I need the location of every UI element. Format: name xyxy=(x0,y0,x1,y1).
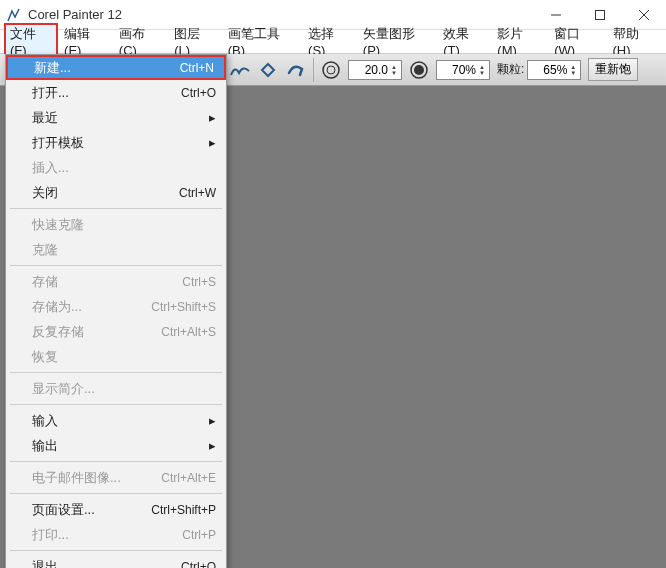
menu-item-label: 显示简介... xyxy=(32,380,216,398)
menu-item: 打印...Ctrl+P xyxy=(6,522,226,547)
menu-separator xyxy=(10,372,222,373)
menu-item[interactable]: 最近▸ xyxy=(6,105,226,130)
menu-item-shortcut: Ctrl+W xyxy=(179,186,216,200)
svg-point-7 xyxy=(414,65,424,75)
separator xyxy=(313,58,314,82)
menu-item: 存储为...Ctrl+Shift+S xyxy=(6,294,226,319)
menu-separator xyxy=(10,461,222,462)
menu-item-shortcut: Ctrl+Alt+E xyxy=(161,471,216,485)
menu-item[interactable]: 关闭Ctrl+W xyxy=(6,180,226,205)
file-dropdown-menu: 新建...Ctrl+N打开...Ctrl+O最近▸打开模板▸插入...关闭Ctr… xyxy=(5,54,227,568)
menu-item-label: 插入... xyxy=(32,159,216,177)
menu-separator xyxy=(10,404,222,405)
grain-down[interactable]: ▼ xyxy=(569,70,577,76)
menu-item-label: 存储 xyxy=(32,273,182,291)
menu-separator xyxy=(10,493,222,494)
svg-point-4 xyxy=(323,62,339,78)
size-icon[interactable] xyxy=(318,57,344,83)
menu-item-label: 存储为... xyxy=(32,298,151,316)
menu-item-shortcut: Ctrl+S xyxy=(182,275,216,289)
brush-dab-icon[interactable] xyxy=(227,57,253,83)
menu-item-label: 最近 xyxy=(32,109,216,127)
menu-item[interactable]: 页面设置...Ctrl+Shift+P xyxy=(6,497,226,522)
menu-item: 克隆 xyxy=(6,237,226,262)
menu-item-label: 输出 xyxy=(32,437,216,455)
menu-item-label: 电子邮件图像... xyxy=(32,469,161,487)
menu-item[interactable]: 退出Ctrl+Q xyxy=(6,554,226,568)
menu-item: 快速克隆 xyxy=(6,212,226,237)
menu-item-label: 输入 xyxy=(32,412,216,430)
app-icon xyxy=(6,7,22,23)
menu-item-label: 反复存储 xyxy=(32,323,161,341)
opacity-input[interactable] xyxy=(440,63,476,77)
menu-item[interactable]: 新建...Ctrl+N xyxy=(6,55,226,80)
grain-label: 颗粒: xyxy=(497,61,524,78)
opacity-icon[interactable] xyxy=(406,57,432,83)
app-title: Corel Painter 12 xyxy=(28,7,534,22)
menu-item-shortcut: Ctrl+Alt+S xyxy=(161,325,216,339)
menu-item-label: 页面设置... xyxy=(32,501,151,519)
submenu-arrow-icon: ▸ xyxy=(209,110,216,125)
menu-item: 显示简介... xyxy=(6,376,226,401)
menu-item-label: 退出 xyxy=(32,558,181,569)
size-spinner[interactable]: ▲▼ xyxy=(348,60,402,80)
submenu-arrow-icon: ▸ xyxy=(209,413,216,428)
menu-item-shortcut: Ctrl+Shift+P xyxy=(151,503,216,517)
menu-item-label: 克隆 xyxy=(32,241,216,259)
menu-item-shortcut: Ctrl+Q xyxy=(181,560,216,569)
brush-stroke-icon[interactable] xyxy=(283,57,309,83)
menu-item: 电子邮件图像...Ctrl+Alt+E xyxy=(6,465,226,490)
menu-separator xyxy=(10,265,222,266)
size-input[interactable] xyxy=(352,63,388,77)
svg-point-5 xyxy=(327,66,335,74)
menu-item: 反复存储Ctrl+Alt+S xyxy=(6,319,226,344)
menu-item-shortcut: Ctrl+N xyxy=(180,61,214,75)
menu-item: 存储Ctrl+S xyxy=(6,269,226,294)
brush-shape-icon[interactable] xyxy=(255,57,281,83)
menu-item-label: 打开模板 xyxy=(32,134,216,152)
menu-item-label: 关闭 xyxy=(32,184,179,202)
resat-button[interactable]: 重新饱 xyxy=(588,58,638,81)
menu-item: 插入... xyxy=(6,155,226,180)
menu-item[interactable]: 输出▸ xyxy=(6,433,226,458)
size-down[interactable]: ▼ xyxy=(390,70,398,76)
menu-item[interactable]: 打开...Ctrl+O xyxy=(6,80,226,105)
opacity-down[interactable]: ▼ xyxy=(478,70,486,76)
menu-bar: 文件(F) 编辑(E) 画布(C) 图层(L) 画笔工具(B) 选择(S) 矢量… xyxy=(0,30,666,54)
menu-item-label: 打开... xyxy=(32,84,181,102)
menu-item: 恢复 xyxy=(6,344,226,369)
svg-rect-1 xyxy=(596,10,605,19)
submenu-arrow-icon: ▸ xyxy=(209,135,216,150)
opacity-spinner[interactable]: ▲▼ xyxy=(436,60,490,80)
menu-item-shortcut: Ctrl+O xyxy=(181,86,216,100)
menu-item[interactable]: 输入▸ xyxy=(6,408,226,433)
grain-input[interactable] xyxy=(531,63,567,77)
menu-item-label: 快速克隆 xyxy=(32,216,216,234)
menu-separator xyxy=(10,550,222,551)
submenu-arrow-icon: ▸ xyxy=(209,438,216,453)
menu-item-label: 恢复 xyxy=(32,348,216,366)
menu-item-label: 打印... xyxy=(32,526,182,544)
grain-spinner[interactable]: ▲▼ xyxy=(527,60,581,80)
menu-item[interactable]: 打开模板▸ xyxy=(6,130,226,155)
menu-item-shortcut: Ctrl+Shift+S xyxy=(151,300,216,314)
menu-separator xyxy=(10,208,222,209)
menu-item-shortcut: Ctrl+P xyxy=(182,528,216,542)
menu-item-label: 新建... xyxy=(34,59,180,77)
